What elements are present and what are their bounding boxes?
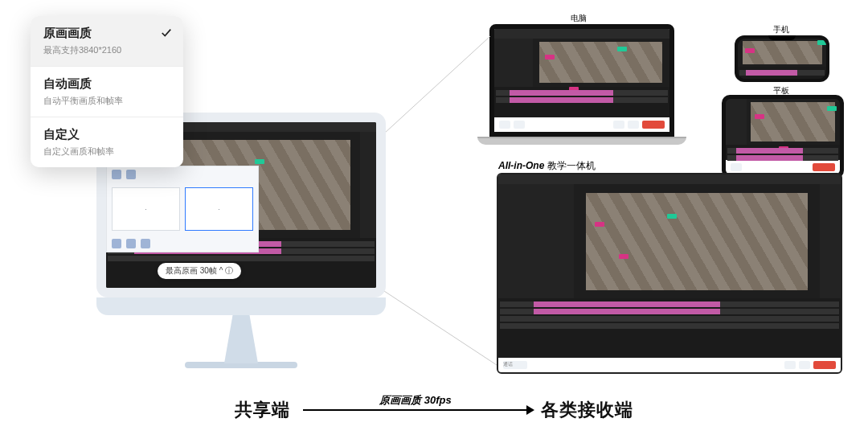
phone-device: [735, 35, 829, 82]
editor-panel-right: [360, 132, 376, 238]
plus-icon[interactable]: [141, 239, 150, 248]
record-icon[interactable]: [628, 121, 639, 129]
quality-item-original[interactable]: 原画画质 最高支持3840*2160: [31, 16, 183, 67]
imac-stand: [213, 315, 269, 363]
end-call-button[interactable]: [813, 361, 836, 369]
share-source-panel: · ·: [106, 166, 259, 252]
quality-popover: 原画画质 最高支持3840*2160 自动画质 自动平衡画质和帧率 自定义 自定…: [31, 16, 183, 167]
editor-menubar: [498, 174, 841, 184]
phone-label: 手机: [773, 24, 789, 35]
layout-icon[interactable]: [112, 170, 121, 179]
fps-chip[interactable]: 最高原画 30帧 ^ ⓘ: [158, 263, 241, 279]
flow-source-label: 共享端: [235, 398, 290, 422]
mic-icon[interactable]: [499, 121, 510, 129]
share-option-desktop[interactable]: ·: [112, 187, 180, 231]
quality-item-subtitle: 自动平衡画质和帧率: [43, 95, 170, 107]
speaker-icon[interactable]: [799, 361, 810, 369]
fps-chip-label: 最高原画 30帧 ^ ⓘ: [166, 265, 233, 277]
window-icon[interactable]: [126, 170, 136, 179]
quality-item-auto[interactable]: 自动画质 自动平衡画质和帧率: [31, 67, 183, 117]
end-call-button[interactable]: [813, 163, 835, 171]
flow-dest-label: 各类接收端: [541, 398, 633, 422]
meeting-bottombar: [494, 117, 669, 132]
imac-chin: [96, 297, 386, 315]
flow-row: 共享端 原画画质 30fps 各类接收端: [0, 386, 868, 434]
call-button[interactable]: 通话: [503, 361, 527, 369]
quality-item-title: 自定义: [43, 127, 170, 142]
flow-caption: 原画画质 30fps: [379, 393, 452, 408]
share-source-picker: · ·: [107, 183, 258, 236]
laptop-device: [477, 24, 686, 161]
end-call-button[interactable]: [642, 121, 665, 129]
meeting-bottombar: 通话: [498, 358, 841, 372]
editor-app: [494, 29, 669, 132]
quality-item-subtitle: 最高支持3840*2160: [43, 44, 170, 56]
allinone-label-rest: 教学一体机: [544, 160, 595, 171]
check-icon: [161, 27, 172, 39]
list-icon[interactable]: [126, 239, 136, 248]
editor-panel-left: [498, 184, 574, 298]
editor-app: [726, 99, 840, 174]
mic-icon[interactable]: [731, 163, 742, 171]
quality-item-title: 自动画质: [43, 76, 170, 92]
editor-panel-right: [820, 184, 841, 298]
quality-item-custom[interactable]: 自定义 自定义画质和帧率: [31, 117, 183, 167]
mic-icon[interactable]: [784, 361, 796, 369]
laptop-screen: [489, 24, 674, 137]
editor-app: [738, 39, 826, 79]
camera-icon[interactable]: [514, 121, 525, 129]
grid-icon[interactable]: [112, 239, 121, 248]
svg-line-1: [384, 291, 497, 365]
mic-icon[interactable]: [613, 121, 624, 129]
laptop-label: 电脑: [571, 13, 587, 24]
editor-preview: [586, 193, 808, 290]
svg-line-0: [384, 36, 490, 133]
share-option-window[interactable]: ·: [185, 187, 253, 231]
tablet-device: [722, 95, 844, 178]
allinone-device: 通话: [497, 173, 842, 374]
flow-arrow: 原画画质 30fps: [303, 409, 528, 411]
allinone-label-em: All-in-One: [498, 160, 544, 171]
quality-item-title: 原画画质: [43, 26, 170, 41]
quality-item-subtitle: 自定义画质和帧率: [43, 146, 170, 158]
allinone-label: All-in-One 教学一体机: [498, 159, 596, 173]
phone-notch: [768, 35, 796, 40]
editor-timeline: [498, 298, 841, 358]
editor-app: 通话: [498, 174, 841, 372]
laptop-base: [477, 137, 686, 145]
